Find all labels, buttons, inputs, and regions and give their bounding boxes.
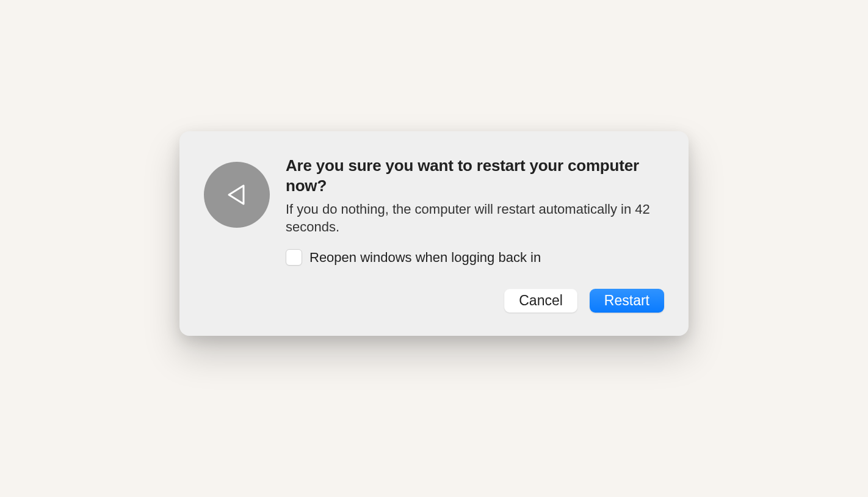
restart-confirmation-dialog: Are you sure you want to restart your co… (179, 131, 689, 336)
restart-button[interactable]: Restart (590, 289, 664, 313)
dialog-icon-wrapper (204, 156, 270, 228)
reopen-windows-checkbox[interactable] (286, 249, 302, 266)
reopen-windows-label[interactable]: Reopen windows when logging back in (309, 250, 541, 266)
restart-icon (204, 162, 270, 228)
cancel-button[interactable]: Cancel (504, 289, 577, 313)
dialog-body-text: If you do nothing, the computer will res… (286, 201, 664, 236)
dialog-title: Are you sure you want to restart your co… (286, 156, 664, 196)
dialog-button-row: Cancel Restart (204, 289, 664, 313)
reopen-windows-row[interactable]: Reopen windows when logging back in (286, 249, 664, 266)
restart-triangle-icon (222, 180, 252, 210)
dialog-content-row: Are you sure you want to restart your co… (204, 156, 664, 266)
dialog-text-column: Are you sure you want to restart your co… (286, 156, 664, 266)
